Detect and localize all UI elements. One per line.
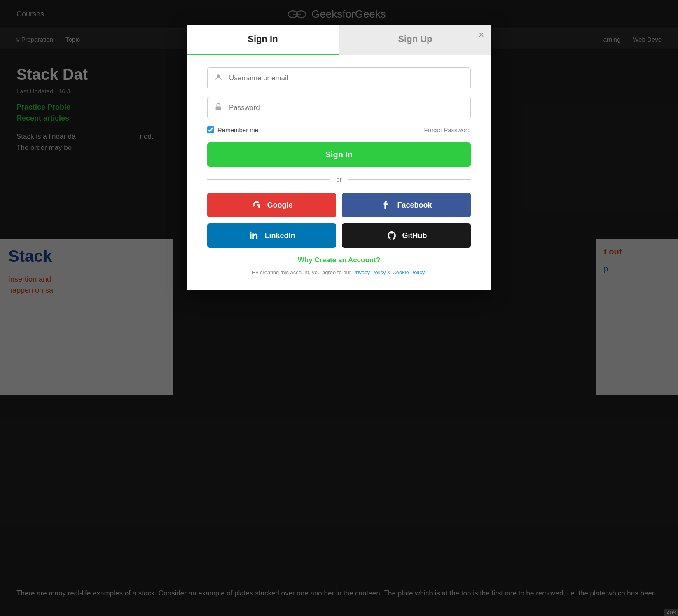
modal-overlay: × Sign In Sign Up <box>0 0 678 616</box>
modal-body: Remember me Forgot Password Sign In or <box>187 55 491 290</box>
or-divider: or <box>207 176 471 183</box>
remember-me-label[interactable]: Remember me <box>207 126 258 133</box>
modal-close-button[interactable]: × <box>479 30 484 40</box>
user-icon <box>214 73 223 84</box>
google-icon <box>251 199 262 211</box>
tab-signin[interactable]: Sign In <box>187 25 339 55</box>
or-text: or <box>336 176 341 183</box>
svg-rect-5 <box>250 233 252 239</box>
terms-text: By creating this account, you agree to o… <box>252 269 351 275</box>
linkedin-label: LinkedIn <box>264 231 295 240</box>
remember-forgot-row: Remember me Forgot Password <box>207 126 471 133</box>
or-line-left <box>207 179 330 180</box>
google-signin-button[interactable]: Google <box>207 193 336 217</box>
lock-icon <box>214 103 223 114</box>
github-icon <box>386 230 397 241</box>
password-input-group <box>207 97 471 119</box>
remember-me-text: Remember me <box>217 126 258 133</box>
facebook-signin-button[interactable]: Facebook <box>342 193 471 217</box>
svg-rect-4 <box>216 107 221 110</box>
github-signin-button[interactable]: GitHub <box>342 223 471 248</box>
privacy-policy-link[interactable]: Privacy Policy <box>353 269 386 275</box>
remember-me-checkbox[interactable] <box>207 126 214 133</box>
social-buttons-grid: Google Facebook <box>207 193 471 248</box>
signin-button[interactable]: Sign In <box>207 142 471 167</box>
facebook-label: Facebook <box>397 201 432 210</box>
tab-signup[interactable]: Sign Up <box>339 25 491 55</box>
cookie-policy-link[interactable]: Cookie Policy. <box>392 269 426 275</box>
modal-tabs: Sign In Sign Up <box>187 25 491 55</box>
password-input[interactable] <box>207 97 471 119</box>
facebook-icon <box>381 199 392 211</box>
forgot-password-link[interactable]: Forgot Password <box>424 126 471 133</box>
username-input[interactable] <box>207 67 471 89</box>
github-label: GitHub <box>402 231 427 240</box>
or-line-right <box>348 179 471 180</box>
auth-modal: × Sign In Sign Up <box>187 25 491 290</box>
google-label: Google <box>267 201 293 210</box>
why-create-section: Why Create an Account? <box>207 256 471 264</box>
username-input-group <box>207 67 471 89</box>
linkedin-signin-button[interactable]: LinkedIn <box>207 223 336 248</box>
why-create-link[interactable]: Why Create an Account? <box>298 256 381 264</box>
terms-section: By creating this account, you agree to o… <box>207 269 471 275</box>
linkedin-icon <box>248 230 260 241</box>
and-text: & <box>387 269 391 275</box>
svg-point-6 <box>250 232 252 233</box>
svg-point-3 <box>217 74 220 77</box>
